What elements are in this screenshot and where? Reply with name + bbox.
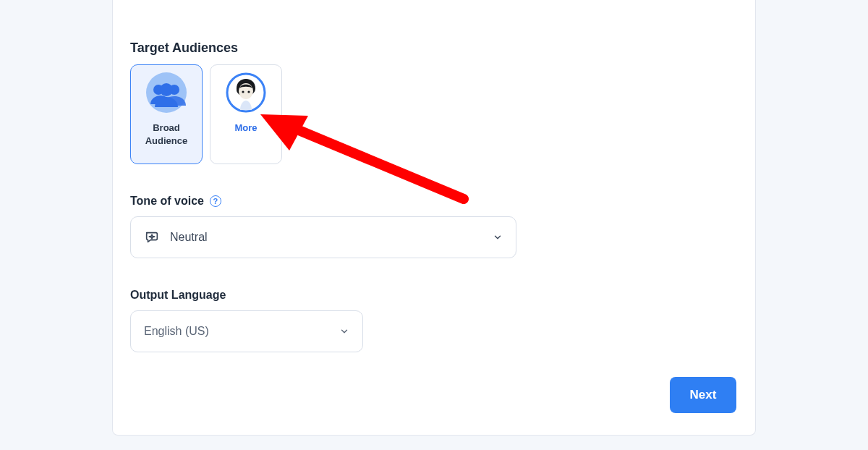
form-card: Target Audiences bbox=[112, 0, 756, 436]
tone-label: Tone of voice bbox=[130, 195, 204, 208]
tone-section: Tone of voice ? Neutral bbox=[130, 195, 738, 258]
svg-point-7 bbox=[247, 90, 250, 93]
audience-more-label: More bbox=[233, 122, 258, 135]
language-section: Output Language English (US) bbox=[130, 289, 738, 352]
tone-label-row: Tone of voice ? bbox=[130, 195, 738, 208]
audience-broad-label: Broad Audience bbox=[134, 122, 199, 147]
broad-audience-icon bbox=[146, 72, 187, 113]
language-label: Output Language bbox=[130, 289, 226, 302]
tone-value: Neutral bbox=[170, 231, 493, 244]
svg-point-3 bbox=[160, 83, 173, 96]
language-label-row: Output Language bbox=[130, 289, 738, 302]
svg-point-6 bbox=[242, 90, 244, 93]
next-button[interactable]: Next bbox=[670, 377, 736, 413]
chevron-down-icon bbox=[493, 232, 503, 242]
target-audiences-section: Target Audiences bbox=[130, 41, 738, 164]
language-value: English (US) bbox=[144, 325, 339, 338]
language-select[interactable]: English (US) bbox=[130, 310, 363, 352]
tone-icon bbox=[144, 229, 160, 245]
chevron-down-icon bbox=[339, 326, 349, 336]
audience-card-row: Broad Audience More bbox=[130, 64, 738, 164]
audience-card-more[interactable]: More bbox=[210, 64, 282, 164]
tone-select[interactable]: Neutral bbox=[130, 216, 516, 258]
more-audience-icon bbox=[226, 72, 266, 113]
help-icon[interactable]: ? bbox=[210, 195, 221, 207]
audience-card-broad[interactable]: Broad Audience bbox=[130, 64, 203, 164]
target-audiences-heading: Target Audiences bbox=[130, 41, 738, 56]
